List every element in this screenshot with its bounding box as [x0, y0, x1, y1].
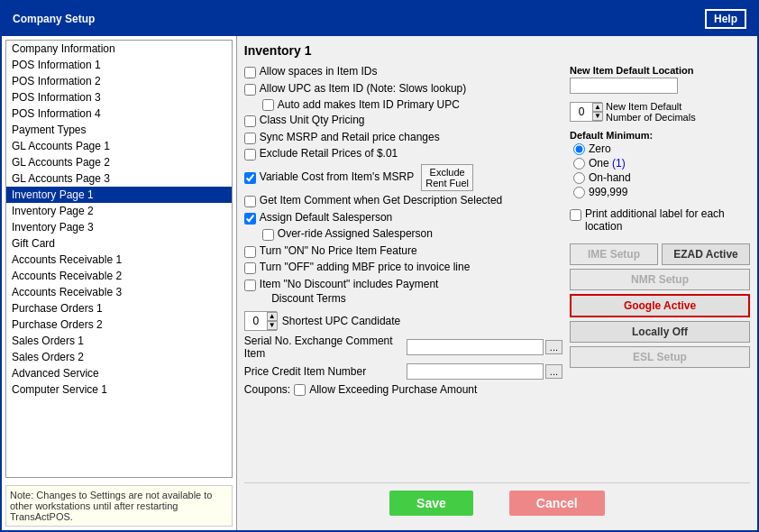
ime-setup-button[interactable]: IME Setup — [570, 243, 658, 265]
override-salesperson-label: Over-ride Assigned Salesperson — [278, 227, 433, 242]
sidebar-item[interactable]: GL Accounts Page 1 — [6, 138, 232, 154]
help-button[interactable]: Help — [705, 9, 746, 29]
new-item-decimals-label: New Item DefaultNumber of Decimals — [606, 101, 696, 123]
turn-on-price-checkbox[interactable] — [244, 246, 256, 258]
assign-salesperson-checkbox[interactable] — [244, 213, 256, 225]
serial-input[interactable] — [407, 339, 544, 355]
sidebar-item[interactable]: Accounts Receivable 1 — [6, 252, 232, 268]
price-credit-label: Price Credit Item Number — [244, 365, 407, 378]
sidebar-item[interactable]: Company Information — [6, 41, 232, 57]
sidebar-item[interactable]: Sales Orders 2 — [6, 349, 232, 365]
radio-999999-row: 999,999 — [573, 186, 750, 198]
sidebar-item[interactable]: Gift Card — [6, 235, 232, 252]
auto-add-checkbox[interactable] — [262, 99, 274, 111]
google-active-button[interactable]: Google Active — [570, 294, 750, 317]
sidebar-item[interactable]: GL Accounts Page 2 — [6, 154, 232, 170]
sidebar-item[interactable]: Computer Service 1 — [6, 381, 232, 398]
shortest-upc-row: ▲ ▼ Shortest UPC Candidate — [244, 311, 562, 331]
no-discount-label: Item "No Discount" includes Payment Disc… — [260, 278, 439, 306]
sidebar-item[interactable]: Purchase Orders 2 — [6, 316, 232, 333]
sidebar-item[interactable]: POS Information 2 — [6, 73, 232, 89]
exclude-retail-row: Exclude Retail Prices of $.01 — [244, 147, 562, 161]
price-credit-row: Price Credit Item Number ... — [244, 363, 562, 380]
allow-upc-row: Allow UPC as Item ID (Note: Slows lookup… — [244, 82, 562, 96]
radio-one[interactable] — [573, 158, 585, 170]
sidebar-item[interactable]: Advanced Service — [6, 365, 232, 381]
esl-row: ESL Setup — [570, 346, 750, 368]
sidebar-item[interactable]: Purchase Orders 1 — [6, 300, 232, 316]
decimals-input[interactable] — [571, 105, 592, 118]
locally-off-button[interactable]: Locally Off — [570, 321, 750, 343]
one-link: (1) — [612, 157, 626, 170]
primary-upc-link: Primary UPC — [397, 98, 460, 111]
serial-dots-button[interactable]: ... — [545, 340, 562, 354]
new-item-location-section: New Item Default Location — [570, 65, 750, 94]
decimals-down[interactable]: ▼ — [592, 112, 603, 121]
allow-upc-checkbox[interactable] — [244, 84, 256, 96]
coupons-label: Coupons: — [244, 383, 290, 396]
no-discount-checkbox[interactable] — [244, 280, 256, 291]
spinner-up[interactable]: ▲ — [267, 312, 278, 321]
serial-row: Serial No. Exchange Comment Item ... — [244, 335, 562, 360]
right-buttons-col: IME Setup EZAD Active NMR Setup Google A… — [570, 243, 750, 368]
allow-exceeding-checkbox[interactable] — [294, 384, 306, 396]
sync-msrp-label: Sync MSRP and Retail price changes — [260, 131, 440, 145]
sidebar-item[interactable]: Inventory Page 2 — [6, 203, 232, 219]
main-body: Allow spaces in Item IDs Allow UPC as It… — [244, 65, 750, 482]
print-label-checkbox[interactable] — [570, 209, 581, 221]
spinner-down[interactable]: ▼ — [267, 321, 278, 330]
exclude-retail-label: Exclude Retail Prices of $.01 — [260, 147, 398, 161]
sidebar-item[interactable]: Accounts Receivable 3 — [6, 284, 232, 300]
ezad-active-button[interactable]: EZAD Active — [662, 243, 750, 265]
decimals-spinner[interactable]: ▲ ▼ — [570, 102, 602, 122]
esl-setup-button[interactable]: ESL Setup — [570, 346, 750, 368]
sidebar-item[interactable]: POS Information 1 — [6, 57, 232, 73]
radio-zero[interactable] — [573, 143, 585, 155]
bottom-buttons: Save Cancel — [244, 482, 750, 523]
get-item-comment-row: Get Item Comment when Get Description Se… — [244, 194, 562, 208]
new-item-location-input[interactable] — [570, 78, 678, 94]
sidebar-item[interactable]: POS Information 4 — [6, 105, 232, 122]
radio-one-label: One (1) — [589, 157, 626, 170]
turn-off-mbf-row: Turn "OFF" adding MBF price to invoice l… — [244, 261, 562, 275]
shortest-upc-input[interactable] — [245, 315, 267, 327]
allow-spaces-checkbox[interactable] — [244, 67, 256, 78]
get-item-comment-label: Get Item Comment when Get Description Se… — [260, 194, 502, 208]
window-title: Company Setup — [13, 13, 95, 25]
right-column: New Item Default Location ▲ ▼ New Item D… — [570, 65, 750, 482]
nmr-setup-button[interactable]: NMR Setup — [570, 269, 750, 290]
class-unit-checkbox[interactable] — [244, 115, 256, 127]
spinner-buttons: ▲ ▼ — [267, 312, 278, 330]
turn-off-mbf-checkbox[interactable] — [244, 262, 256, 274]
sidebar-item[interactable]: Sales Orders 1 — [6, 333, 232, 349]
shortest-upc-label: Shortest UPC Candidate — [282, 315, 400, 327]
variable-cost-checkbox[interactable] — [244, 172, 256, 184]
decimals-spinner-buttons: ▲ ▼ — [592, 103, 603, 121]
locally-row: Locally Off — [570, 321, 750, 343]
turn-on-price-label: Turn "ON" No Price Item Feature — [260, 244, 417, 259]
class-unit-row: Class Unit Qty Pricing — [244, 114, 562, 128]
price-credit-dots-button[interactable]: ... — [545, 364, 562, 379]
decimals-up[interactable]: ▲ — [592, 103, 603, 112]
sidebar-item[interactable]: Inventory Page 1 — [6, 187, 232, 203]
shortest-upc-spinner[interactable]: ▲ ▼ — [244, 311, 277, 331]
sidebar-item[interactable]: GL Accounts Page 3 — [6, 170, 232, 187]
price-credit-input[interactable] — [407, 363, 544, 380]
get-item-comment-checkbox[interactable] — [244, 196, 256, 207]
save-button[interactable]: Save — [389, 491, 473, 516]
sync-msrp-checkbox[interactable] — [244, 133, 256, 144]
override-salesperson-checkbox[interactable] — [262, 229, 274, 241]
radio-999999[interactable] — [573, 187, 585, 198]
exclude-retail-checkbox[interactable] — [244, 149, 256, 161]
sidebar-item[interactable]: Inventory Page 3 — [6, 219, 232, 235]
radio-onhand-row: On-hand — [573, 171, 750, 184]
nmr-row: NMR Setup — [570, 269, 750, 290]
default-minimum-section: Default Minimum: Zero One (1) — [570, 130, 750, 198]
sidebar-item[interactable]: POS Information 3 — [6, 89, 232, 105]
sidebar-list[interactable]: Company InformationPOS Information 1POS … — [5, 40, 233, 478]
radio-group: Zero One (1) On-hand — [573, 142, 750, 198]
sidebar-item[interactable]: Accounts Receivable 2 — [6, 268, 232, 284]
sidebar-item[interactable]: Payment Types — [6, 122, 232, 138]
cancel-button[interactable]: Cancel — [509, 491, 605, 516]
radio-onhand[interactable] — [573, 172, 585, 184]
